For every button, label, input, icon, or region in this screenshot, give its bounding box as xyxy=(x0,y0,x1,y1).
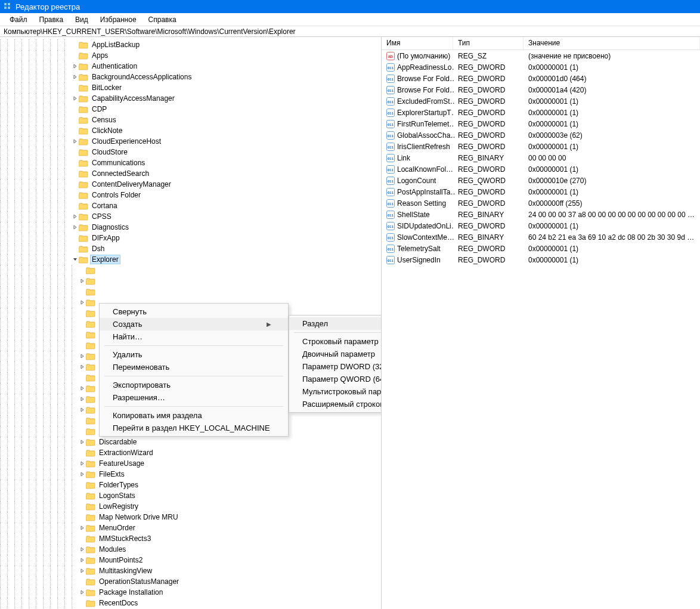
tree-item[interactable]: MultitaskingView xyxy=(0,565,381,576)
tree-item[interactable]: LowRegistry xyxy=(0,501,381,512)
value-row[interactable]: ab(По умолчанию)REG_SZ(значение не присв… xyxy=(382,50,700,61)
value-row[interactable]: 011GlobalAssocCha…REG_DWORD0x0000003e (6… xyxy=(382,129,700,141)
values-pane[interactable]: Имя Тип Значение ab(По умолчанию)REG_SZ(… xyxy=(382,37,700,609)
value-row[interactable]: 011Reason SettingREG_DWORD0x000000ff (25… xyxy=(382,197,700,209)
context-submenu-item[interactable]: Расширяемый строковый параметр xyxy=(289,398,382,410)
tree-item[interactable]: Discardable xyxy=(0,437,381,447)
context-menu-item[interactable]: Удалить xyxy=(100,348,288,361)
context-menu-item[interactable]: Экспортировать xyxy=(100,379,288,391)
expand-icon[interactable] xyxy=(72,63,79,70)
context-menu-item[interactable]: Переименовать xyxy=(100,361,288,373)
expand-icon[interactable] xyxy=(72,224,79,231)
tree-item[interactable]: Authentication xyxy=(0,61,381,72)
value-row[interactable]: 011TelemetrySaltREG_DWORD0x00000001 (1) xyxy=(382,243,700,254)
context-submenu-item[interactable]: Раздел xyxy=(289,317,382,330)
context-menu-item[interactable]: Создать▶ xyxy=(100,318,288,330)
expand-icon[interactable] xyxy=(79,407,86,413)
tree-item[interactable]: LogonStats xyxy=(0,490,381,501)
expand-icon[interactable] xyxy=(72,138,79,145)
context-submenu-item[interactable]: Двоичный параметр xyxy=(289,348,382,360)
expand-icon[interactable] xyxy=(79,364,86,370)
value-row[interactable]: 011ShellStateREG_BINARY24 00 00 00 37 a8… xyxy=(382,209,700,220)
tree-item[interactable]: DIFxApp xyxy=(0,233,381,243)
tree-item[interactable]: Map Network Drive MRU xyxy=(0,512,381,523)
expand-icon[interactable] xyxy=(79,589,86,596)
expand-icon[interactable] xyxy=(79,439,86,446)
menu-item[interactable]: Файл xyxy=(4,14,33,25)
tree-item[interactable]: ContentDeliveryManager xyxy=(0,179,381,190)
context-menu-item[interactable]: Разрешения… xyxy=(100,391,288,404)
tree-item[interactable]: RecentDocs xyxy=(0,598,381,608)
tree-item[interactable]: FeatureUsage xyxy=(0,458,381,469)
menu-item[interactable]: Справка xyxy=(143,14,182,25)
tree-item[interactable]: MenuOrder xyxy=(0,523,381,533)
expand-icon[interactable] xyxy=(79,460,86,467)
tree-item[interactable]: OperationStatusManager xyxy=(0,576,381,587)
tree-item[interactable]: MountPoints2 xyxy=(0,555,381,565)
tree-item[interactable]: BackgroundAccessApplications xyxy=(0,72,381,82)
expand-icon[interactable] xyxy=(79,471,86,478)
tree-item[interactable]: FileExts xyxy=(0,469,381,480)
header-name[interactable]: Имя xyxy=(382,37,453,50)
expand-icon[interactable] xyxy=(72,214,79,220)
value-row[interactable]: 011Browse For Fold…REG_DWORD0x000001a4 (… xyxy=(382,84,700,95)
address-bar[interactable]: Компьютер\HKEY_CURRENT_USER\Software\Mic… xyxy=(0,26,700,37)
expand-icon[interactable] xyxy=(79,568,86,574)
value-row[interactable]: 011SIDUpdatedOnLi…REG_DWORD0x00000001 (1… xyxy=(382,220,700,231)
tree-item[interactable]: ClickNote xyxy=(0,125,381,136)
tree-pane[interactable]: AppListBackupAppsAuthenticationBackgroun… xyxy=(0,37,382,609)
tree-item[interactable] xyxy=(0,286,381,297)
expand-icon[interactable] xyxy=(72,74,79,81)
value-row[interactable]: 011PostAppInstallTa…REG_DWORD0x00000001 … xyxy=(382,186,700,197)
value-row[interactable]: 011IrisClientRefreshREG_DWORD0x00000001 … xyxy=(382,141,700,152)
value-row[interactable]: 011Browse For Fold…REG_DWORD0x000001d0 (… xyxy=(382,73,700,84)
value-row[interactable]: 011LogonCountREG_QWORD0x0000010e (270) xyxy=(382,175,700,186)
tree-item[interactable]: Modules xyxy=(0,544,381,555)
menu-item[interactable]: Вид xyxy=(69,14,94,25)
context-menu-item[interactable]: Копировать имя раздела xyxy=(100,409,288,422)
tree-item[interactable]: CDP xyxy=(0,104,381,115)
tree-item[interactable]: ExtractionWizard xyxy=(0,447,381,458)
tree-item[interactable]: Cortana xyxy=(0,200,381,211)
values-header[interactable]: Имя Тип Значение xyxy=(382,37,700,50)
context-menu-item[interactable]: Перейти в раздел HKEY_LOCAL_MACHINE xyxy=(100,422,288,434)
collapse-icon[interactable] xyxy=(72,256,79,263)
context-submenu-new[interactable]: РазделСтроковый параметрДвоичный парамет… xyxy=(289,315,382,413)
expand-icon[interactable] xyxy=(79,546,86,553)
context-submenu-item[interactable]: Параметр DWORD (32 бита) xyxy=(289,360,382,373)
context-menu-item[interactable]: Найти… xyxy=(100,330,288,343)
expand-icon[interactable] xyxy=(79,385,86,392)
value-row[interactable]: 011LocalKnownFol…REG_DWORD0x00000001 (1) xyxy=(382,163,700,175)
expand-icon[interactable] xyxy=(79,557,86,564)
header-value[interactable]: Значение xyxy=(524,37,700,50)
tree-item[interactable]: CPSS xyxy=(0,211,381,222)
tree-item[interactable]: ConnectedSearch xyxy=(0,168,381,179)
header-type[interactable]: Тип xyxy=(453,37,524,50)
tree-item[interactable]: MMStuckRects3 xyxy=(0,533,381,544)
value-row[interactable]: 011ExcludedFromSt…REG_DWORD0x00000001 (1… xyxy=(382,95,700,107)
tree-item[interactable]: AppListBackup xyxy=(0,39,381,50)
value-row[interactable]: 011UserSignedInREG_DWORD0x00000001 (1) xyxy=(382,254,700,265)
value-row[interactable]: 011AppReadinessLo…REG_DWORD0x00000001 (1… xyxy=(382,61,700,73)
tree-item[interactable]: CapabilityAccessManager xyxy=(0,93,381,104)
value-row[interactable]: 011ExplorerStartupT…REG_DWORD0x00000001 … xyxy=(382,107,700,118)
tree-item[interactable]: CloudStore xyxy=(0,147,381,157)
menu-item[interactable]: Правка xyxy=(33,14,70,25)
tree-item[interactable]: Communications xyxy=(0,157,381,168)
expand-icon[interactable] xyxy=(79,396,86,403)
tree-item[interactable]: Diagnostics xyxy=(0,222,381,233)
context-submenu-item[interactable]: Строковый параметр xyxy=(289,335,382,348)
tree-item[interactable] xyxy=(0,265,381,276)
tree-item[interactable]: Package Installation xyxy=(0,587,381,598)
expand-icon[interactable] xyxy=(79,299,86,306)
expand-icon[interactable] xyxy=(79,525,86,531)
context-submenu-item[interactable]: Параметр QWORD (64 бита) xyxy=(289,373,382,385)
value-row[interactable]: 011LinkREG_BINARY00 00 00 00 xyxy=(382,152,700,163)
tree-item[interactable]: FolderTypes xyxy=(0,480,381,490)
tree-item[interactable]: CloudExperienceHost xyxy=(0,136,381,147)
tree-item[interactable]: Controls Folder xyxy=(0,190,381,200)
menu-item[interactable]: Избранное xyxy=(94,14,143,25)
expand-icon[interactable] xyxy=(72,95,79,102)
expand-icon[interactable] xyxy=(79,353,86,360)
tree-item[interactable]: Apps xyxy=(0,50,381,61)
